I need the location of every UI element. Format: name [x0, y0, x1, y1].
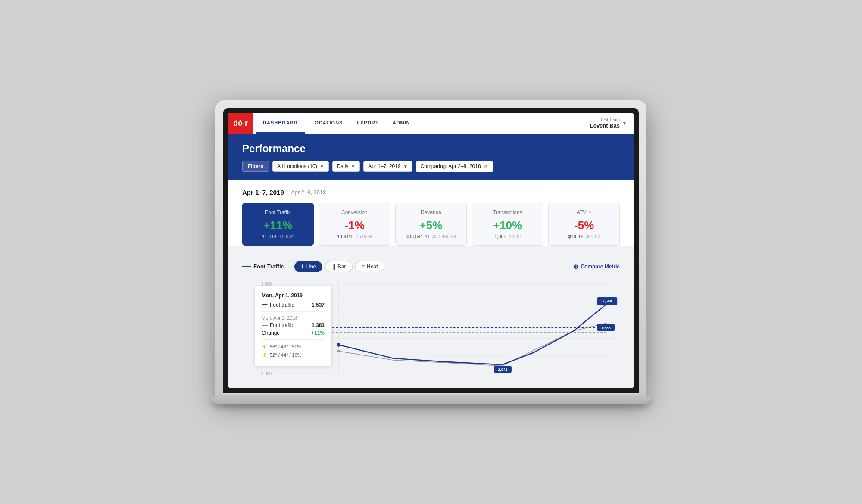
nav-links: DASHBOARD LOCATIONS EXPORT ADMIN — [256, 113, 417, 134]
tooltip-compare-section: Mon, Apr 2, 2018 Foot traffic 1,383 — [262, 311, 325, 336]
chart-view-heat-button[interactable]: ≡ Heat — [355, 261, 384, 272]
tooltip-date1: Mon, Apr 1, 2019 — [262, 292, 325, 299]
plus-circle-icon: ⊕ — [573, 263, 578, 270]
main-content: Performance Filters All Locations (10) ▼… — [228, 134, 634, 388]
tooltip-value-current: 1,537 — [312, 302, 325, 308]
metric-card-transactions[interactable]: Transactions +10% 1,805 1,643 — [472, 203, 543, 246]
period-dropdown[interactable]: Daily ▼ — [332, 161, 360, 172]
metric-values-foot-traffic: 11,814 10,632 — [250, 234, 306, 239]
bar-icon: ▐ — [331, 264, 335, 270]
metric-card-revenue[interactable]: Revenue +5% $35,541.41 $33,960.29 — [395, 203, 467, 246]
chart-section: Foot Traffic ⌇ Line ▐ Bar — [228, 254, 634, 388]
filter-bar: Filters All Locations (10) ▼ Daily ▼ Apr… — [242, 161, 620, 172]
tooltip-weather: ☀ 56° / 46° / 50% ☀ 52° / 44° / 10% — [262, 339, 325, 358]
period-chevron-icon: ▼ — [351, 164, 355, 169]
locations-chevron-icon: ▼ — [320, 164, 324, 169]
metric-title-transactions: Transactions — [479, 209, 536, 215]
metric-title-conversion: Conversion — [326, 209, 383, 215]
chart-area: 2,800 2,300 1,800 1,300 2,800 — [242, 277, 620, 381]
logo-text: dô r — [233, 119, 248, 128]
tooltip-line-gray-icon — [262, 325, 268, 326]
performance-header: Performance Filters All Locations (10) ▼… — [228, 134, 634, 180]
date-range-dropdown[interactable]: Apr 1–7, 2019 ▼ — [363, 161, 412, 172]
locations-dropdown[interactable]: All Locations (10) ▼ — [272, 161, 329, 172]
chart-tooltip: Mon, Apr 1, 2019 Foot traffic 1,537 — [254, 286, 332, 366]
page-title: Performance — [242, 143, 620, 155]
nav-link-admin[interactable]: ADMIN — [386, 113, 417, 134]
nav-link-dashboard[interactable]: DASHBOARD — [256, 113, 305, 134]
metrics-row: Foot Traffic +11% 11,814 10,632 Conversi… — [242, 203, 620, 246]
svg-text:1,688: 1,688 — [601, 325, 611, 330]
tooltip-row-change: Change +11% — [262, 330, 325, 336]
sun-icon: ☀ — [262, 343, 267, 350]
metric-card-foot-traffic[interactable]: Foot Traffic +11% 11,814 10,632 — [242, 203, 314, 246]
user-menu[interactable]: Test Team Levent Bas ▼ — [590, 118, 634, 129]
legend-line-icon — [242, 266, 251, 267]
date-range-chevron-icon: ▼ — [403, 164, 408, 169]
svg-text:2,800: 2,800 — [261, 281, 272, 286]
tooltip-row-blue: Foot traffic 1,537 — [262, 302, 325, 308]
nav-link-locations[interactable]: LOCATIONS — [305, 113, 350, 134]
metric-change-conversion: -1% — [326, 219, 383, 232]
nav-link-export[interactable]: EXPORT — [350, 113, 385, 134]
metric-card-atv[interactable]: ATV ? -5% $19.69 $20.67 — [548, 203, 620, 246]
content-area: Apr 1–7, 2019 Apr 2–8, 2018 Foot Traffic… — [228, 180, 634, 246]
heat-icon: ≡ — [362, 264, 365, 270]
svg-text:2,800: 2,800 — [261, 371, 272, 376]
navbar: dô r DASHBOARD LOCATIONS EXPORT — [228, 113, 634, 134]
tooltip-row-gray: Foot traffic 1,383 — [262, 322, 325, 328]
chart-view-buttons: ⌇ Line ▐ Bar ≡ Heat — [294, 261, 384, 272]
svg-text:1,041: 1,041 — [498, 367, 507, 371]
tooltip-label-current: Foot traffic — [262, 302, 294, 308]
tooltip-value-compare: 1,383 — [312, 322, 325, 328]
chart-legend: Foot Traffic — [242, 263, 284, 270]
chart-view-line-button[interactable]: ⌇ Line — [294, 261, 323, 272]
tooltip-label-compare: Foot traffic — [262, 322, 294, 328]
filters-button[interactable]: Filters — [242, 161, 269, 172]
metric-title-atv: ATV ? — [556, 209, 612, 215]
sun-icon-2: ☀ — [262, 352, 267, 358]
chart-view-bar-button[interactable]: ▐ Bar — [325, 261, 353, 272]
user-chevron-icon: ▼ — [622, 121, 627, 126]
metric-values-atv: $19.69 $20.67 — [556, 234, 612, 239]
atv-help-icon[interactable]: ? — [589, 210, 592, 215]
metric-card-conversion[interactable]: Conversion -1% 14.91% 15.08% — [319, 203, 390, 246]
chart-header: Foot Traffic ⌇ Line ▐ Bar — [242, 261, 620, 272]
user-team: Test Team — [590, 118, 620, 122]
chart-legend-label: Foot Traffic — [253, 263, 284, 270]
compare-filter: Comparing: Apr 2–8, 2018 ✕ — [416, 161, 493, 172]
metric-values-transactions: 1,805 1,643 — [479, 234, 536, 239]
metric-change-revenue: +5% — [403, 219, 459, 232]
metric-change-transactions: +10% — [479, 219, 536, 232]
svg-text:2,589: 2,589 — [603, 299, 612, 303]
metric-change-atv: -5% — [556, 219, 612, 232]
user-name: Levent Bas — [590, 122, 620, 129]
logo-box: dô r — [228, 113, 253, 134]
weather-row-1: ☀ 56° / 46° / 50% — [262, 343, 325, 350]
date-primary: Apr 1–7, 2019 — [242, 189, 284, 196]
metric-values-revenue: $35,541.41 $33,960.29 — [403, 234, 459, 239]
svg-point-20 — [337, 343, 340, 346]
tooltip-change-value: +11% — [311, 330, 325, 336]
tooltip-date2: Mon, Apr 2, 2018 — [262, 315, 325, 320]
metric-values-conversion: 14.91% 15.08% — [326, 234, 383, 239]
compare-metric-button[interactable]: ⊕ Compare Metric — [573, 263, 620, 270]
date-compare: Apr 2–8, 2018 — [291, 189, 326, 196]
svg-point-21 — [337, 350, 340, 352]
metric-title-foot-traffic: Foot Traffic — [250, 209, 306, 215]
line-icon: ⌇ — [301, 264, 303, 270]
metric-title-revenue: Revenue — [403, 209, 459, 215]
compare-close-icon[interactable]: ✕ — [484, 163, 488, 170]
metric-change-foot-traffic: +11% — [250, 219, 306, 232]
date-range-row: Apr 1–7, 2019 Apr 2–8, 2018 — [242, 189, 620, 196]
tooltip-line-blue-icon — [262, 304, 268, 305]
weather-row-2: ☀ 52° / 44° / 10% — [262, 352, 325, 358]
